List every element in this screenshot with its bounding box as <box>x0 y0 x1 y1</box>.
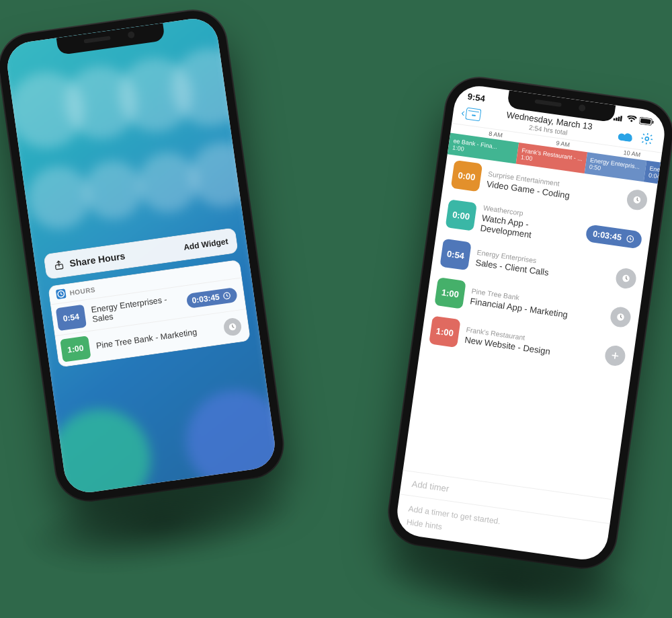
timeline-hour-label: 9 AM <box>556 140 571 149</box>
svg-rect-4 <box>614 118 616 120</box>
timer-list: 0:00 Surprise Entertainment Video Game -… <box>403 153 658 499</box>
svg-rect-6 <box>618 116 620 121</box>
duration-badge: 0:00 <box>446 199 477 231</box>
add-entry-button[interactable] <box>603 344 626 367</box>
timeline-hour-label: 8 AM <box>489 130 503 139</box>
status-time: 9:54 <box>467 91 486 104</box>
gear-icon <box>640 131 655 147</box>
timer-label: Pine Tree Bank - Marketing <box>95 324 218 350</box>
start-timer-button[interactable] <box>610 306 632 329</box>
duration-badge: 0:00 <box>451 160 482 192</box>
battery-icon <box>639 117 655 126</box>
duration-badge: 1:00 <box>60 336 91 362</box>
widget-title: HOURS <box>69 286 96 297</box>
wifi-icon <box>626 115 637 124</box>
phone-widget-mockup: Share Hours Add Widget HOURS 0:54 Energy… <box>0 7 287 505</box>
calendar-button[interactable]: ‹ <box>460 106 482 121</box>
start-timer-button[interactable] <box>222 317 242 336</box>
settings-button[interactable] <box>637 128 657 148</box>
start-timer-button[interactable] <box>626 188 648 211</box>
svg-rect-7 <box>620 116 623 122</box>
share-icon <box>53 259 65 271</box>
signal-icon <box>613 114 624 122</box>
share-hours-label: Share Hours <box>69 250 126 268</box>
cloud-sync-button[interactable] <box>616 126 635 145</box>
svg-rect-9 <box>640 118 651 124</box>
calendar-icon <box>466 107 482 121</box>
timeline-segment[interactable]: Energ...0:04 <box>644 161 661 184</box>
timeline-hour-label: 10 AM <box>623 149 641 158</box>
running-timer-pill[interactable]: 0:03:45 <box>185 287 238 309</box>
svg-rect-0 <box>55 264 62 270</box>
add-widget-button[interactable]: Add Widget <box>183 237 228 252</box>
phone-app-mockup: 9:54 ‹ Wednesday, March 13 2:54 hrs tota… <box>385 74 672 572</box>
svg-rect-5 <box>616 117 618 120</box>
duration-badge: 0:54 <box>439 239 471 270</box>
duration-badge: 1:00 <box>429 316 460 348</box>
start-timer-button[interactable] <box>615 267 638 290</box>
duration-badge: 1:00 <box>434 277 466 309</box>
running-timer-pill[interactable]: 0:03:45 <box>585 224 643 249</box>
svg-rect-10 <box>652 121 653 124</box>
svg-point-11 <box>645 137 649 141</box>
hours-app-icon <box>56 288 67 299</box>
duration-badge: 0:54 <box>56 305 87 332</box>
